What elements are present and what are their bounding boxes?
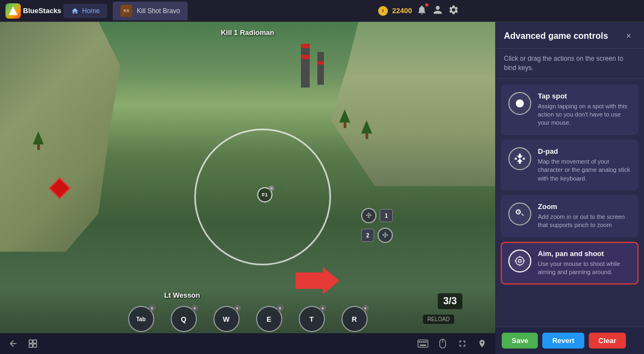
- coin-count: 22400: [392, 7, 412, 15]
- chimney-stripe-2: [301, 55, 310, 59]
- right-panel: Advanced game controls × Click or drag t…: [495, 22, 644, 354]
- svg-point-14: [516, 99, 524, 107]
- key-x-e[interactable]: ×: [277, 305, 283, 311]
- weapon-move-icon-1: [361, 208, 376, 223]
- keyboard-button[interactable]: [415, 336, 431, 351]
- close-icon: ×: [626, 31, 631, 41]
- dpad-desc: Map the movement of your character or th…: [538, 158, 631, 183]
- panel-header: Advanced game controls ×: [495, 22, 644, 49]
- panel-close-button[interactable]: ×: [622, 30, 635, 43]
- weapon-slot-1-key[interactable]: 1: [380, 209, 393, 222]
- svg-rect-6: [419, 341, 421, 343]
- notification-button[interactable]: [416, 4, 427, 18]
- save-button[interactable]: Save: [502, 333, 538, 349]
- location-button[interactable]: [474, 336, 490, 351]
- control-card-aim-pan-shoot[interactable]: Aim, pan and shoot Use your mouse to sho…: [501, 242, 639, 285]
- game-tab-label: Kill Shot Bravo: [137, 7, 180, 15]
- panel-footer: Save Revert Clear: [495, 327, 644, 354]
- tap-spot-icon: [508, 92, 531, 115]
- key-x-r[interactable]: ×: [362, 305, 369, 311]
- action-key-q[interactable]: Q ×: [171, 306, 197, 332]
- svg-rect-7: [421, 341, 422, 343]
- action-key-e[interactable]: E ×: [256, 306, 282, 332]
- control-card-tap-spot[interactable]: Tap spot Assign tapping on a spot with t…: [501, 84, 639, 135]
- avatar-button[interactable]: [432, 4, 444, 18]
- window-button[interactable]: [25, 336, 40, 351]
- svg-marker-0: [295, 267, 339, 294]
- avatar-icon: [432, 4, 444, 16]
- clear-button[interactable]: Clear: [589, 333, 626, 349]
- game-viewport[interactable]: Kill 1 Radioman F1 × 1 2 Lt Wesson: [0, 22, 495, 354]
- action-key-t[interactable]: T ×: [299, 306, 325, 332]
- panel-controls-list: Tap spot Assign tapping on a spot with t…: [495, 79, 644, 327]
- key-x-t[interactable]: ×: [320, 305, 326, 311]
- control-card-dpad[interactable]: D-pad Map the movement of your character…: [501, 140, 639, 190]
- key-x-q[interactable]: ×: [192, 305, 198, 311]
- zoom-icon: [508, 202, 531, 225]
- tap-spot-desc: Assign tapping on a spot with this actio…: [538, 102, 631, 127]
- zoom-title: Zoom: [538, 202, 631, 211]
- dpad-title: D-pad: [538, 147, 631, 155]
- chimney-stripe-1: [301, 44, 310, 48]
- tab-game[interactable]: KS Kill Shot Bravo: [113, 2, 188, 20]
- main-area: Kill 1 Radioman F1 × 1 2 Lt Wesson: [0, 22, 644, 354]
- svg-rect-8: [422, 341, 424, 343]
- player-label: Lt Wesson: [164, 291, 200, 299]
- svg-rect-3: [29, 344, 32, 347]
- weapon-slot-1[interactable]: 1: [361, 208, 393, 223]
- home-icon: [71, 7, 79, 15]
- weapon-controls: 1 2: [361, 208, 393, 243]
- dpad-icon: [508, 147, 531, 170]
- chimney-2: [317, 52, 324, 85]
- chimney-1: [301, 44, 310, 88]
- svg-rect-10: [426, 341, 427, 343]
- svg-point-15: [516, 257, 524, 265]
- aim-pan-shoot-icon: [508, 249, 531, 272]
- tree-3: [361, 120, 372, 139]
- fullscreen-button[interactable]: [455, 336, 470, 351]
- svg-rect-4: [33, 344, 37, 347]
- weapon-move-icon-2: [378, 228, 393, 243]
- weapon-slot-2-key[interactable]: 2: [361, 229, 374, 242]
- coin-icon: $: [378, 6, 388, 16]
- svg-point-16: [518, 259, 521, 263]
- action-key-r[interactable]: R ×: [341, 306, 368, 332]
- zoom-content: Zoom Add zoom in or out to the screen th…: [538, 202, 631, 230]
- key-x-tab[interactable]: ×: [149, 305, 155, 311]
- brand-name: BlueStacks: [23, 7, 61, 15]
- game-thumbnail: KS: [120, 5, 132, 17]
- svg-rect-2: [33, 340, 37, 343]
- back-button[interactable]: [5, 336, 21, 351]
- settings-button[interactable]: [448, 4, 459, 18]
- scope-circle: [194, 129, 331, 265]
- key-x-w[interactable]: ×: [234, 305, 241, 311]
- svg-rect-5: [418, 340, 428, 347]
- aim-pan-shoot-content: Aim, pan and shoot Use your mouse to sho…: [538, 249, 631, 277]
- svg-rect-9: [425, 341, 426, 343]
- settings-icon: [448, 4, 459, 15]
- top-bar-center: $ 22400: [193, 4, 644, 18]
- control-card-zoom[interactable]: Zoom Add zoom in or out to the screen th…: [501, 195, 639, 237]
- action-key-w[interactable]: W ×: [213, 306, 240, 332]
- tap-spot-title: Tap spot: [538, 92, 631, 100]
- svg-rect-1: [29, 340, 32, 343]
- action-key-tab[interactable]: Tab ×: [128, 306, 154, 332]
- aim-pan-shoot-desc: Use your mouse to shoot while aiming and…: [538, 260, 631, 277]
- bell-icon: [416, 4, 427, 15]
- panel-subtitle: Click or drag the actions on the screen …: [495, 49, 644, 79]
- aim-pan-shoot-title: Aim, pan and shoot: [538, 249, 631, 258]
- tree-2: [339, 109, 350, 128]
- bluestacks-logo: [5, 3, 21, 19]
- toolbar-left: [5, 336, 40, 351]
- mouse-button[interactable]: [435, 336, 450, 351]
- tap-spot-content: Tap spot Assign tapping on a spot with t…: [538, 92, 631, 127]
- home-tab-label: Home: [82, 7, 100, 15]
- dpad-content: D-pad Map the movement of your character…: [538, 147, 631, 183]
- tab-home[interactable]: Home: [63, 4, 107, 18]
- weapon-slot-2[interactable]: 2: [361, 228, 393, 243]
- svg-rect-11: [420, 345, 426, 346]
- red-arrow-indicator: [295, 267, 339, 297]
- bottom-action-bar: Tab × Q × W × E × T × R ×: [0, 306, 495, 332]
- panel-title: Advanced game controls: [504, 31, 608, 41]
- revert-button[interactable]: Revert: [542, 333, 584, 349]
